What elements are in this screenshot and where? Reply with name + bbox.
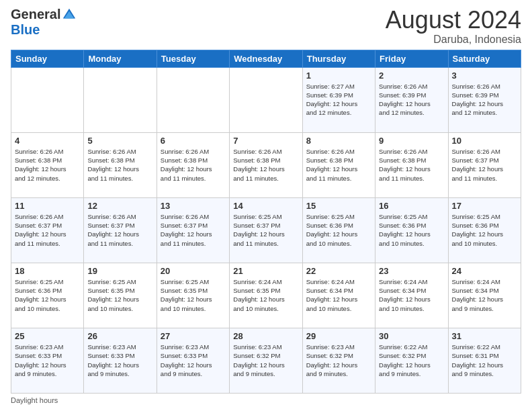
calendar-cell: 30Sunrise: 6:22 AM Sunset: 6:32 PM Dayli… — [375, 328, 448, 393]
calendar-cell: 26Sunrise: 6:23 AM Sunset: 6:33 PM Dayli… — [84, 328, 157, 393]
calendar-cell: 15Sunrise: 6:25 AM Sunset: 6:36 PM Dayli… — [302, 197, 375, 263]
day-number: 25 — [15, 331, 80, 341]
day-info: Sunrise: 6:23 AM Sunset: 6:32 PM Dayligh… — [233, 342, 298, 378]
day-info: Sunrise: 6:26 AM Sunset: 6:38 PM Dayligh… — [15, 147, 80, 183]
calendar-cell: 25Sunrise: 6:23 AM Sunset: 6:33 PM Dayli… — [11, 328, 84, 393]
day-info: Sunrise: 6:26 AM Sunset: 6:38 PM Dayligh… — [161, 147, 226, 183]
day-number: 1 — [306, 71, 371, 81]
day-info: Sunrise: 6:25 AM Sunset: 6:36 PM Dayligh… — [379, 212, 444, 248]
day-number: 27 — [161, 331, 226, 341]
header: General Blue August 2024 Daruba, Indones… — [11, 7, 521, 46]
day-number: 22 — [306, 266, 371, 276]
day-number: 20 — [161, 266, 226, 276]
day-info: Sunrise: 6:22 AM Sunset: 6:31 PM Dayligh… — [452, 342, 517, 378]
day-info: Sunrise: 6:22 AM Sunset: 6:32 PM Dayligh… — [379, 342, 444, 378]
day-header-thursday: Thursday — [302, 50, 375, 67]
day-number: 13 — [161, 201, 226, 211]
day-number: 14 — [233, 201, 298, 211]
calendar-cell: 3Sunrise: 6:26 AM Sunset: 6:39 PM Daylig… — [448, 67, 521, 132]
day-number: 26 — [87, 331, 152, 341]
day-number: 4 — [15, 136, 80, 146]
day-header-friday: Friday — [375, 50, 448, 67]
calendar-cell: 19Sunrise: 6:25 AM Sunset: 6:35 PM Dayli… — [84, 263, 157, 328]
day-info: Sunrise: 6:26 AM Sunset: 6:38 PM Dayligh… — [233, 147, 298, 183]
day-number: 16 — [379, 201, 444, 211]
day-info: Sunrise: 6:25 AM Sunset: 6:36 PM Dayligh… — [306, 212, 371, 248]
day-number: 2 — [379, 71, 444, 81]
calendar-cell — [11, 67, 84, 132]
calendar-cell: 14Sunrise: 6:25 AM Sunset: 6:37 PM Dayli… — [230, 197, 302, 263]
day-info: Sunrise: 6:23 AM Sunset: 6:33 PM Dayligh… — [87, 342, 152, 378]
day-number: 10 — [452, 136, 517, 146]
calendar-week-3: 18Sunrise: 6:25 AM Sunset: 6:36 PM Dayli… — [11, 263, 521, 328]
day-header-tuesday: Tuesday — [157, 50, 229, 67]
calendar-cell: 23Sunrise: 6:24 AM Sunset: 6:34 PM Dayli… — [375, 263, 448, 328]
day-number: 6 — [161, 136, 226, 146]
logo-general: General — [11, 7, 60, 22]
calendar-cell: 1Sunrise: 6:27 AM Sunset: 6:39 PM Daylig… — [302, 67, 375, 132]
day-number: 21 — [233, 266, 298, 276]
day-header-monday: Monday — [84, 50, 157, 67]
calendar-cell: 24Sunrise: 6:24 AM Sunset: 6:34 PM Dayli… — [448, 263, 521, 328]
day-number: 24 — [452, 266, 517, 276]
day-info: Sunrise: 6:25 AM Sunset: 6:35 PM Dayligh… — [161, 277, 226, 313]
day-header-saturday: Saturday — [448, 50, 521, 67]
calendar-table: SundayMondayTuesdayWednesdayThursdayFrid… — [11, 50, 521, 394]
day-number: 19 — [87, 266, 152, 276]
footer-note: Daylight hours — [11, 396, 521, 404]
day-number: 7 — [233, 136, 298, 146]
calendar-cell: 29Sunrise: 6:23 AM Sunset: 6:32 PM Dayli… — [302, 328, 375, 393]
calendar-cell: 21Sunrise: 6:24 AM Sunset: 6:35 PM Dayli… — [230, 263, 302, 328]
day-number: 30 — [379, 331, 444, 341]
day-number: 8 — [306, 136, 371, 146]
day-number: 31 — [452, 331, 517, 341]
calendar-cell: 7Sunrise: 6:26 AM Sunset: 6:38 PM Daylig… — [230, 132, 302, 197]
logo-blue: Blue — [11, 22, 40, 38]
logo-icon — [62, 7, 77, 22]
month-year: August 2024 — [386, 7, 521, 34]
logo: General Blue — [11, 7, 77, 38]
calendar-cell: 9Sunrise: 6:26 AM Sunset: 6:38 PM Daylig… — [375, 132, 448, 197]
calendar-week-4: 25Sunrise: 6:23 AM Sunset: 6:33 PM Dayli… — [11, 328, 521, 393]
day-info: Sunrise: 6:24 AM Sunset: 6:34 PM Dayligh… — [452, 277, 517, 313]
calendar-cell — [230, 67, 302, 132]
day-number: 3 — [452, 71, 517, 81]
day-header-sunday: Sunday — [11, 50, 84, 67]
calendar-cell: 27Sunrise: 6:23 AM Sunset: 6:33 PM Dayli… — [157, 328, 229, 393]
calendar-cell: 22Sunrise: 6:24 AM Sunset: 6:34 PM Dayli… — [302, 263, 375, 328]
day-number: 12 — [87, 201, 152, 211]
calendar-header-row: SundayMondayTuesdayWednesdayThursdayFrid… — [11, 50, 521, 67]
calendar-week-1: 4Sunrise: 6:26 AM Sunset: 6:38 PM Daylig… — [11, 132, 521, 197]
day-info: Sunrise: 6:26 AM Sunset: 6:39 PM Dayligh… — [452, 82, 517, 118]
day-info: Sunrise: 6:24 AM Sunset: 6:34 PM Dayligh… — [379, 277, 444, 313]
day-info: Sunrise: 6:26 AM Sunset: 6:37 PM Dayligh… — [87, 212, 152, 248]
day-info: Sunrise: 6:23 AM Sunset: 6:33 PM Dayligh… — [161, 342, 226, 378]
calendar-cell: 11Sunrise: 6:26 AM Sunset: 6:37 PM Dayli… — [11, 197, 84, 263]
calendar-cell: 8Sunrise: 6:26 AM Sunset: 6:38 PM Daylig… — [302, 132, 375, 197]
day-info: Sunrise: 6:25 AM Sunset: 6:37 PM Dayligh… — [233, 212, 298, 248]
day-info: Sunrise: 6:26 AM Sunset: 6:37 PM Dayligh… — [161, 212, 226, 248]
calendar-cell: 5Sunrise: 6:26 AM Sunset: 6:38 PM Daylig… — [84, 132, 157, 197]
day-info: Sunrise: 6:24 AM Sunset: 6:34 PM Dayligh… — [306, 277, 371, 313]
day-number: 11 — [15, 201, 80, 211]
day-info: Sunrise: 6:26 AM Sunset: 6:39 PM Dayligh… — [379, 82, 444, 118]
calendar-cell: 2Sunrise: 6:26 AM Sunset: 6:39 PM Daylig… — [375, 67, 448, 132]
calendar-cell — [157, 67, 229, 132]
day-number: 15 — [306, 201, 371, 211]
calendar-cell: 16Sunrise: 6:25 AM Sunset: 6:36 PM Dayli… — [375, 197, 448, 263]
day-number: 9 — [379, 136, 444, 146]
calendar-cell — [84, 67, 157, 132]
day-number: 29 — [306, 331, 371, 341]
day-info: Sunrise: 6:25 AM Sunset: 6:35 PM Dayligh… — [87, 277, 152, 313]
day-info: Sunrise: 6:26 AM Sunset: 6:38 PM Dayligh… — [306, 147, 371, 183]
day-info: Sunrise: 6:26 AM Sunset: 6:38 PM Dayligh… — [87, 147, 152, 183]
day-info: Sunrise: 6:25 AM Sunset: 6:36 PM Dayligh… — [452, 212, 517, 248]
logo-text: General — [11, 7, 77, 22]
day-info: Sunrise: 6:26 AM Sunset: 6:38 PM Dayligh… — [379, 147, 444, 183]
day-info: Sunrise: 6:23 AM Sunset: 6:32 PM Dayligh… — [306, 342, 371, 378]
calendar-cell: 31Sunrise: 6:22 AM Sunset: 6:31 PM Dayli… — [448, 328, 521, 393]
day-info: Sunrise: 6:26 AM Sunset: 6:37 PM Dayligh… — [452, 147, 517, 183]
day-info: Sunrise: 6:25 AM Sunset: 6:36 PM Dayligh… — [15, 277, 80, 313]
calendar-cell: 10Sunrise: 6:26 AM Sunset: 6:37 PM Dayli… — [448, 132, 521, 197]
day-info: Sunrise: 6:24 AM Sunset: 6:35 PM Dayligh… — [233, 277, 298, 313]
